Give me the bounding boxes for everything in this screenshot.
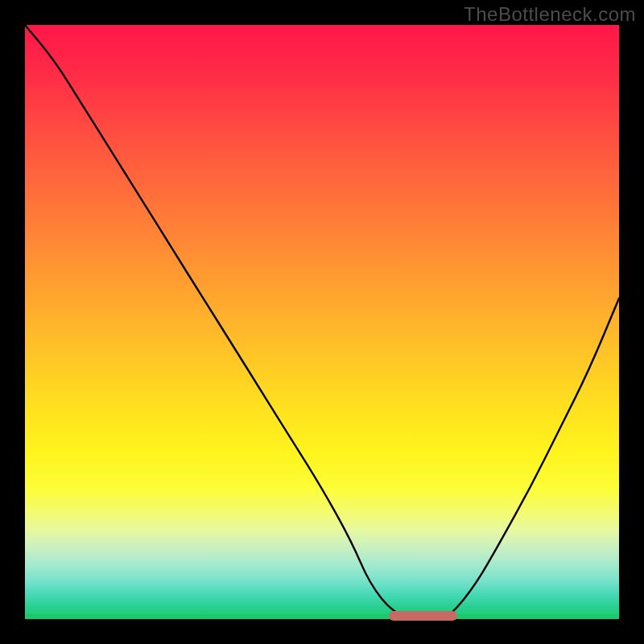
watermark-text: TheBottleneck.com: [464, 3, 636, 26]
chart-frame: TheBottleneck.com: [0, 0, 644, 644]
optimal-range-marker: [389, 611, 458, 621]
bottleneck-curve: [25, 25, 619, 619]
